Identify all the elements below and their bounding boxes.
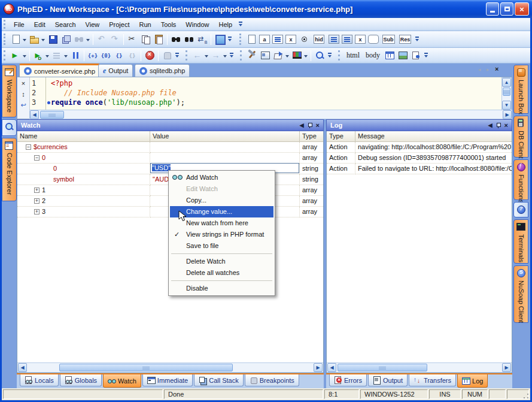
cut-icon[interactable] [126,33,139,46]
new-form-icon[interactable] [245,33,258,46]
stop-icon[interactable] [143,49,156,62]
column-header-message[interactable]: Message [355,131,512,141]
html-toolbar-overflow-chevron[interactable] [422,49,430,62]
close-button[interactable]: × [515,2,529,16]
tools-toolbar-grip[interactable] [240,50,243,61]
tab-errors[interactable]: Errors [329,374,367,386]
form-checkbox-icon[interactable]: x [284,33,297,46]
step-over-icon[interactable]: {0} [99,49,113,62]
nav-toolbar-grip[interactable] [186,50,189,61]
copy-icon[interactable] [139,33,152,46]
insert-anchor-icon[interactable] [409,49,422,62]
watch-panel-titlebar[interactable]: Watch ◀ × [17,119,324,131]
toolbar-grip[interactable] [4,34,7,45]
tab-locals[interactable]: Locals [20,374,59,386]
scroll-left-icon[interactable]: ◀ [18,363,27,372]
form-reset-icon[interactable]: Res [397,33,414,46]
run-in-debugger-dropdown-icon[interactable] [45,49,50,62]
form-submit-icon[interactable]: Sub [380,33,397,46]
publish-icon[interactable] [272,49,285,62]
tab-globals[interactable]: Globals [60,374,102,386]
column-header-type[interactable]: Type [327,131,355,141]
navigate-back-icon[interactable] [191,49,204,62]
debug-toolbar-grip[interactable] [4,50,7,61]
panel-close-icon[interactable]: × [504,122,508,129]
tab-breakpoints[interactable]: Breakpoints [245,374,299,386]
menu-item-delete-all-watches[interactable]: Delete all watches [170,267,273,279]
redo-icon[interactable] [108,33,121,46]
menu-file[interactable]: File [9,19,29,30]
editor-hscrollbar[interactable]: ◀ ▶ [29,110,512,119]
form-label-icon[interactable]: a [258,33,271,46]
column-header-type[interactable]: Type [300,131,323,141]
log-hscrollbar[interactable]: ◀ ▶ [327,362,512,373]
scroll-right-icon[interactable]: ▶ [503,110,512,119]
menu-run[interactable]: Run [134,19,156,30]
panel-close-icon[interactable]: × [316,122,320,129]
break-icon[interactable] [160,49,174,62]
sidebar-tab-functions[interactable]: Functions [513,159,528,200]
column-header-name[interactable]: Name [17,131,150,141]
run-to-cursor-icon[interactable]: {} [126,49,139,62]
form-toolbar-grip[interactable] [239,34,242,45]
paste-icon[interactable] [152,33,165,46]
replace-icon[interactable] [196,33,209,46]
minimize-button[interactable] [486,2,499,16]
panel-collapse-icon[interactable]: ◀ [488,122,493,128]
scroll-down-icon[interactable]: ▼ [502,101,511,110]
sidebar-tab-db-client[interactable]: DB Client [513,116,528,158]
expander-plus-icon[interactable]: + [34,198,39,204]
sidebar-tab-terminals[interactable]: Terminals [513,219,528,264]
watch-hscrollbar[interactable]: ◀ ▶ [17,362,323,373]
settings-tools-icon[interactable] [245,49,259,62]
menu-item-disable[interactable]: Disable [170,283,273,294]
navigate-forward-icon[interactable] [209,49,223,62]
profile-dropdown-icon[interactable] [63,49,69,62]
menu-search[interactable]: Search [50,19,81,30]
new-file-icon[interactable] [9,33,22,46]
menu-grip[interactable] [4,20,7,29]
expander-plus-icon[interactable]: + [34,188,39,193]
menu-item-copy[interactable]: Copy... [170,195,273,206]
editor-vscrollbar[interactable]: ▲ ▼ [501,77,512,110]
form-toolbar-overflow-chevron[interactable] [414,33,421,46]
menu-window[interactable]: Window [181,19,214,30]
watch-hscroll-thumb[interactable] [59,364,233,371]
open-file-dropdown-icon[interactable] [41,33,46,46]
scroll-right-icon[interactable]: ▶ [314,363,323,372]
expander-minus-icon[interactable]: − [26,144,31,150]
find-next-icon[interactable] [183,33,196,46]
scroll-left-icon[interactable]: ◀ [30,110,39,119]
tab-sqlitedb[interactable]: sqlitedb.php [135,64,190,77]
panel-pin-icon[interactable] [496,123,501,128]
tab-conveter-service[interactable]: conveter-service.php [19,64,100,77]
menu-item-add-watch[interactable]: Add Watch [170,172,273,183]
navigate-forward-dropdown-icon[interactable] [223,49,228,62]
tab-output[interactable]: e Output [98,64,133,77]
codepage-icon[interactable] [213,33,226,46]
log-hscroll-thumb[interactable] [338,364,427,371]
log-row[interactable]: Action Failed to navigate to URL: http:/… [327,164,512,174]
form-radio-icon[interactable] [297,33,311,46]
editor-wrap-icon[interactable]: ↩ [19,101,28,110]
insert-image-icon[interactable] [396,49,409,62]
menu-item-view-strings-php[interactable]: ✓View strings in PHP format [170,229,273,240]
find-in-files-icon[interactable] [72,33,86,46]
tab-immediate[interactable]: Immediate [142,374,193,386]
title-bar[interactable]: ED PhpED - New Workspace - [C:\Program F… [0,0,532,18]
sidebar-tab-search[interactable] [2,119,17,136]
navigate-back-dropdown-icon[interactable] [204,49,209,62]
resize-grip[interactable] [522,392,530,400]
tab-close-icon[interactable]: × [495,65,498,72]
tools-toolbar-overflow-chevron[interactable] [326,49,333,62]
step-out-icon[interactable]: {} [113,49,126,62]
expander-plus-icon[interactable]: + [34,209,39,214]
preview-icon[interactable] [259,49,272,62]
menu-item-delete-watch[interactable]: Delete Watch [170,256,273,267]
new-file-dropdown-icon[interactable] [22,33,28,46]
form-button-icon[interactable] [367,33,380,46]
scroll-up-icon[interactable]: ▲ [502,78,511,87]
expander-minus-icon[interactable]: − [34,155,39,161]
profile-icon[interactable] [50,49,63,62]
menu-item-change-value[interactable]: Change value... [170,206,273,217]
